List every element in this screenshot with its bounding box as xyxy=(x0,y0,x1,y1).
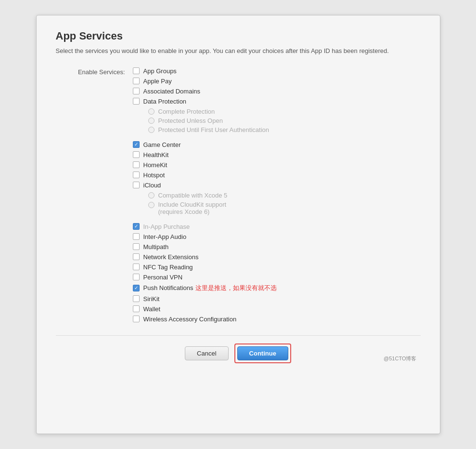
radio-item-include-cloudkit: Include CloudKit support(requires Xcode … xyxy=(148,201,421,215)
page-title: App Services xyxy=(56,30,421,42)
service-item-nfc-tag-reading: NFC Tag Reading xyxy=(133,264,421,271)
radio-compatible-xcode5[interactable] xyxy=(148,192,154,198)
continue-button[interactable]: Continue xyxy=(237,346,288,360)
data-protection-sub-options: Complete Protection Protected Unless Ope… xyxy=(148,108,421,133)
services-section: Enable Services: App Groups Apple Pay As… xyxy=(56,67,421,326)
checkbox-sirikit[interactable] xyxy=(133,295,140,302)
label-multipath: Multipath xyxy=(143,243,169,251)
service-item-hotspot: Hotspot xyxy=(133,172,421,179)
radio-protected-unless-open[interactable] xyxy=(148,118,154,124)
checkbox-wallet[interactable] xyxy=(133,305,140,312)
services-list: App Groups Apple Pay Associated Domains … xyxy=(133,67,421,326)
service-item-sirikit: SiriKit xyxy=(133,295,421,303)
label-nfc-tag-reading: NFC Tag Reading xyxy=(143,264,193,271)
service-item-multipath: Multipath xyxy=(133,243,421,251)
checkbox-game-center[interactable] xyxy=(133,141,140,148)
cancel-button[interactable]: Cancel xyxy=(185,346,228,360)
checkbox-app-groups[interactable] xyxy=(133,67,140,74)
label-game-center: Game Center xyxy=(143,141,181,148)
checkbox-healthkit[interactable] xyxy=(133,151,140,158)
enable-services-label: Enable Services: xyxy=(56,67,133,326)
watermark: @51CTO博客 xyxy=(384,355,416,362)
radio-complete-protection[interactable] xyxy=(148,108,154,115)
push-notifications-annotation: 这里是推送，如果没有就不选 xyxy=(195,284,277,292)
label-compatible-xcode5: Compatible with Xcode 5 xyxy=(158,192,228,199)
radio-protected-until-first[interactable] xyxy=(148,127,154,133)
label-complete-protection: Complete Protection xyxy=(158,108,215,115)
checkbox-icloud[interactable] xyxy=(133,182,140,188)
radio-item-protected-until-first: Protected Until First User Authenticatio… xyxy=(148,126,421,133)
page-description: Select the services you would like to en… xyxy=(56,46,421,56)
label-inter-app-audio: Inter-App Audio xyxy=(143,233,187,240)
checkbox-hotspot[interactable] xyxy=(133,172,140,178)
checkbox-nfc-tag-reading[interactable] xyxy=(133,264,140,270)
checkbox-homekit[interactable] xyxy=(133,161,140,168)
checkbox-personal-vpn[interactable] xyxy=(133,274,140,280)
label-apple-pay: Apple Pay xyxy=(143,78,172,85)
label-hotspot: Hotspot xyxy=(143,172,165,179)
service-item-icloud: iCloud xyxy=(133,182,421,189)
label-wallet: Wallet xyxy=(143,305,161,313)
service-item-in-app-purchase: In-App Purchase xyxy=(133,223,421,230)
checkbox-apple-pay[interactable] xyxy=(133,78,140,84)
service-item-wallet: Wallet xyxy=(133,305,421,313)
label-protected-until-first: Protected Until First User Authenticatio… xyxy=(158,126,270,133)
radio-item-compatible-xcode5: Compatible with Xcode 5 xyxy=(148,192,421,199)
label-network-extensions: Network Extensions xyxy=(143,253,199,261)
checkbox-network-extensions[interactable] xyxy=(133,253,140,260)
app-services-modal: App Services Select the services you wou… xyxy=(36,15,440,434)
radio-item-complete-protection: Complete Protection xyxy=(148,108,421,115)
label-include-cloudkit: Include CloudKit support(requires Xcode … xyxy=(158,201,227,215)
service-item-healthkit: HealthKit xyxy=(133,151,421,158)
label-app-groups: App Groups xyxy=(143,67,177,75)
service-item-inter-app-audio: Inter-App Audio xyxy=(133,233,421,240)
checkbox-wireless-accessory[interactable] xyxy=(133,316,140,322)
service-item-push-notifications: Push Notifications 这里是推送，如果没有就不选 xyxy=(133,284,421,292)
service-item-game-center: Game Center xyxy=(133,141,421,148)
label-data-protection: Data Protection xyxy=(143,98,187,105)
checkbox-push-notifications[interactable] xyxy=(133,285,140,291)
checkbox-inter-app-audio[interactable] xyxy=(133,233,140,240)
label-associated-domains: Associated Domains xyxy=(143,88,201,95)
service-item-associated-domains: Associated Domains xyxy=(133,88,421,95)
checkbox-associated-domains[interactable] xyxy=(133,88,140,94)
radio-include-cloudkit[interactable] xyxy=(148,202,154,208)
label-homekit: HomeKit xyxy=(143,161,167,169)
radio-item-protected-unless-open: Protected Unless Open xyxy=(148,117,421,124)
label-wireless-accessory: Wireless Accessory Configuration xyxy=(143,316,237,323)
checkbox-in-app-purchase[interactable] xyxy=(133,223,140,230)
label-healthkit: HealthKit xyxy=(143,151,169,158)
service-item-network-extensions: Network Extensions xyxy=(133,253,421,261)
label-push-notifications: Push Notifications xyxy=(143,284,193,291)
label-personal-vpn: Personal VPN xyxy=(143,274,183,281)
service-item-app-groups: App Groups xyxy=(133,67,421,75)
label-sirikit: SiriKit xyxy=(143,295,160,303)
service-item-data-protection: Data Protection xyxy=(133,98,421,105)
footer: Cancel Continue @51CTO博客 xyxy=(56,335,421,363)
checkbox-data-protection[interactable] xyxy=(133,98,140,105)
service-item-apple-pay: Apple Pay xyxy=(133,78,421,85)
checkbox-multipath[interactable] xyxy=(133,243,140,250)
service-item-personal-vpn: Personal VPN xyxy=(133,274,421,281)
service-item-homekit: HomeKit xyxy=(133,161,421,169)
icloud-sub-options: Compatible with Xcode 5 Include CloudKit… xyxy=(148,192,421,215)
label-icloud: iCloud xyxy=(143,182,161,189)
label-in-app-purchase: In-App Purchase xyxy=(143,223,190,230)
label-protected-unless-open: Protected Unless Open xyxy=(158,117,223,124)
service-item-wireless-accessory: Wireless Accessory Configuration xyxy=(133,316,421,323)
continue-wrapper: Continue xyxy=(234,343,291,363)
